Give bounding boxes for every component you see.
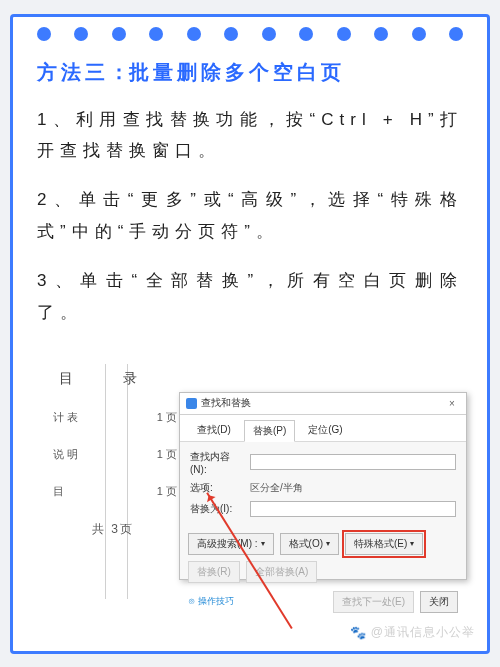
watermark: 🐾 @通讯信息小公举 xyxy=(350,624,475,641)
close-button[interactable]: 关闭 xyxy=(420,591,458,613)
tab-replace[interactable]: 替换(P) xyxy=(244,420,295,442)
dialog-footer: ⊙ 操作技巧 查找下一处(E) 关闭 xyxy=(180,589,466,621)
dialog-titlebar[interactable]: 查找和替换 × xyxy=(180,393,466,415)
replace-input[interactable] xyxy=(250,501,456,517)
replace-button[interactable]: 替换(R) xyxy=(188,561,240,583)
find-input[interactable] xyxy=(250,454,456,470)
embedded-screenshot: 目 录 计表 1 页 说明 1 页 目 1 页 共 3页 查找和替换 × 查找 xyxy=(43,364,463,599)
article-content: 方法三：批量删除多个空白页 1、利用查找替换功能，按“Ctrl + H”打开查找… xyxy=(13,17,487,329)
paw-icon: 🐾 xyxy=(350,625,367,640)
toc-total: 共 3页 xyxy=(43,521,183,538)
app-icon xyxy=(186,398,197,409)
special-format-button[interactable]: 特殊格式(E) xyxy=(345,533,423,555)
step-1: 1、利用查找替换功能，按“Ctrl + H”打开查找替换窗口。 xyxy=(37,104,463,167)
toc-heading: 目 录 xyxy=(59,370,183,388)
action-button-row: 替换(R) 全部替换(A) xyxy=(180,561,466,589)
title-rest: 批量删除多个空白页 xyxy=(129,61,345,83)
toc-row-label: 计表 xyxy=(53,410,81,425)
toc-row-label: 目 xyxy=(53,484,67,499)
note-page: 方法三：批量删除多个空白页 1、利用查找替换功能，按“Ctrl + H”打开查找… xyxy=(10,14,490,654)
tab-find[interactable]: 查找(D) xyxy=(188,419,240,441)
toc-row: 计表 1 页 xyxy=(43,410,183,425)
format-button[interactable]: 格式(O) xyxy=(280,533,339,555)
dialog-body: 查找内容(N): 选项: 区分全/半角 替换为(I): xyxy=(180,442,466,527)
dialog-title: 查找和替换 xyxy=(201,396,440,410)
toc-panel: 目 录 计表 1 页 说明 1 页 目 1 页 共 3页 xyxy=(43,364,183,538)
toc-row-page: 1 页 xyxy=(157,410,177,425)
toc-row-page: 1 页 xyxy=(157,484,177,499)
toc-row: 目 1 页 xyxy=(43,484,183,499)
tips-link[interactable]: ⊙ 操作技巧 xyxy=(188,595,234,608)
title-prefix: 方法三 xyxy=(37,61,109,83)
spiral-holes xyxy=(13,27,487,41)
find-replace-dialog: 查找和替换 × 查找(D) 替换(P) 定位(G) 查找内容(N): 选项: 区… xyxy=(179,392,467,580)
format-button-row: 高级搜索(M) : 格式(O) 特殊格式(E) xyxy=(180,527,466,561)
toc-row-page: 1 页 xyxy=(157,447,177,462)
options-label: 选项: xyxy=(190,481,244,495)
dialog-tabs: 查找(D) 替换(P) 定位(G) xyxy=(180,415,466,442)
title-colon: ： xyxy=(109,61,129,83)
step-2: 2、单击“更多”或“高级”，选择“特殊格式”中的“手动分页符”。 xyxy=(37,184,463,247)
toc-row: 说明 1 页 xyxy=(43,447,183,462)
find-label: 查找内容(N): xyxy=(190,450,244,475)
step-3: 3、单击“全部替换”，所有空白页删除了。 xyxy=(37,265,463,328)
close-icon[interactable]: × xyxy=(444,398,460,409)
options-value: 区分全/半角 xyxy=(250,481,303,495)
watermark-text: @通讯信息小公举 xyxy=(371,624,475,641)
toc-row-label: 说明 xyxy=(53,447,81,462)
find-next-button[interactable]: 查找下一处(E) xyxy=(333,591,414,613)
more-button[interactable]: 高级搜索(M) : xyxy=(188,533,274,555)
tab-goto[interactable]: 定位(G) xyxy=(299,419,351,441)
article-title: 方法三：批量删除多个空白页 xyxy=(37,59,463,86)
